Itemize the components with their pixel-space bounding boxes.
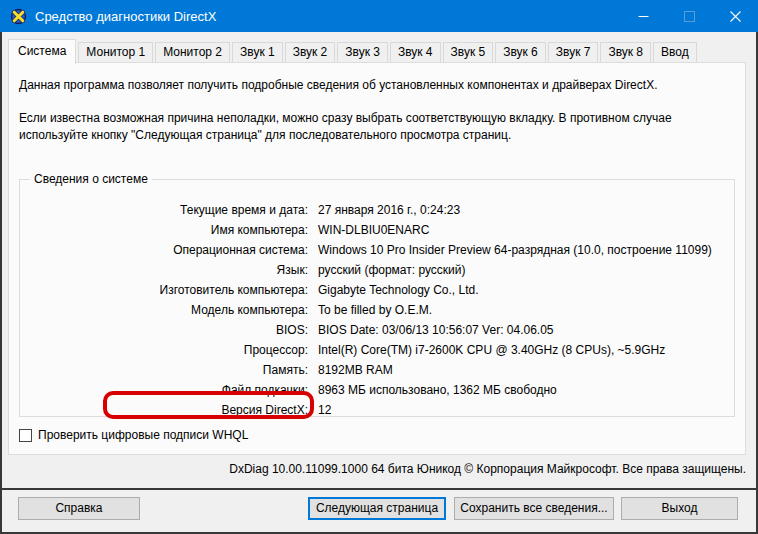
exit-button[interactable]: Выход: [621, 497, 738, 520]
group-title: Сведения о системе: [30, 172, 152, 186]
tab-sound-3[interactable]: Звук 3: [337, 42, 388, 62]
tab-monitor-1[interactable]: Монитор 1: [78, 42, 153, 62]
tab-input[interactable]: Ввод: [653, 42, 697, 62]
caption-buttons: [620, 0, 758, 32]
tab-sound-8[interactable]: Звук 8: [600, 42, 651, 62]
dxdiag-window: Средство диагностики DirectX Систе: [0, 0, 758, 534]
dxdiag-icon: [10, 8, 27, 25]
system-tab-page: Данная программа позволяет получить подр…: [8, 62, 746, 455]
tab-system[interactable]: Система: [8, 39, 76, 64]
row-processor: Процессор: Intel(R) Core(TM) i7-2600K CP…: [20, 340, 734, 360]
help-button[interactable]: Справка: [18, 497, 140, 520]
tab-sound-2[interactable]: Звук 2: [285, 42, 336, 62]
dxdiag-version-text: DxDiag 10.00.11099.1000 64 бита Юникод ©…: [229, 462, 746, 476]
whql-checkbox[interactable]: [19, 429, 32, 442]
row-language: Язык: русский (формат: русский): [20, 260, 734, 280]
row-pagefile: Файл подкачки: 8963 МБ использовано, 136…: [20, 380, 734, 400]
row-os: Операционная система: Windows 10 Pro Ins…: [20, 240, 734, 260]
system-info-rows: Текущие время и дата: 27 января 2016 г.,…: [20, 200, 734, 420]
maximize-icon: [684, 11, 695, 22]
tab-sound-6[interactable]: Звук 6: [495, 42, 546, 62]
close-icon: [730, 11, 741, 22]
tab-sound-7[interactable]: Звук 7: [548, 42, 599, 62]
window-body: Система Монитор 1 Монитор 2 Звук 1 Звук …: [0, 32, 758, 534]
close-button[interactable]: [712, 0, 758, 32]
save-all-button[interactable]: Сохранить все сведения...: [454, 497, 614, 520]
row-directx-version: Версия DirectX: 12: [20, 400, 734, 420]
tab-sound-1[interactable]: Звук 1: [232, 42, 283, 62]
row-memory: Память: 8192MB RAM: [20, 360, 734, 380]
row-model: Модель компьютера: To be filled by O.E.M…: [20, 300, 734, 320]
row-manufacturer: Изготовитель компьютера: Gigabyte Techno…: [20, 280, 734, 300]
minimize-button[interactable]: [620, 0, 666, 32]
row-computer-name: Имя компьютера: WIN-DLBIU0ENARC: [20, 220, 734, 240]
window-titlebar: Средство диагностики DirectX: [0, 0, 758, 32]
system-info-group: Сведения о системе Текущие время и дата:…: [19, 179, 735, 417]
tab-sound-5[interactable]: Звук 5: [443, 42, 494, 62]
intro-paragraph-1: Данная программа позволяет получить подр…: [19, 77, 737, 93]
next-page-button[interactable]: Следующая страница: [308, 497, 446, 520]
row-bios: BIOS: BIOS Date: 03/06/13 10:56:07 Ver: …: [20, 320, 734, 340]
row-datetime: Текущие время и дата: 27 января 2016 г.,…: [20, 200, 734, 220]
tab-strip: Система Монитор 1 Монитор 2 Звук 1 Звук …: [8, 38, 699, 63]
tab-sound-4[interactable]: Звук 4: [390, 42, 441, 62]
whql-checkbox-label: Проверить цифровые подписи WHQL: [38, 428, 248, 442]
bottom-divider: [2, 488, 756, 490]
intro-paragraph-2: Если известна возможная причина неполадк…: [19, 110, 733, 144]
maximize-button: [666, 0, 712, 32]
whql-check-row[interactable]: Проверить цифровые подписи WHQL: [19, 428, 248, 442]
tab-monitor-2[interactable]: Монитор 2: [155, 42, 230, 62]
window-title: Средство диагностики DirectX: [35, 9, 216, 24]
minimize-icon: [638, 11, 649, 22]
